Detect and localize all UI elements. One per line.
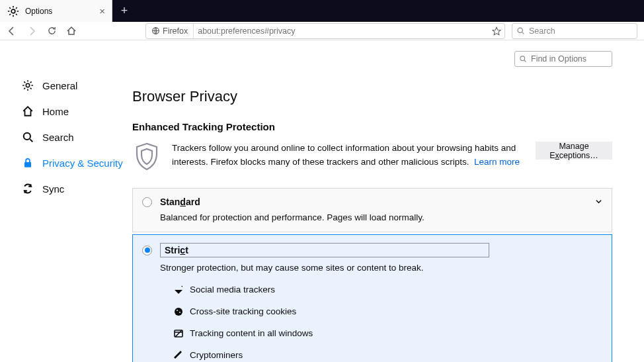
- radio-standard[interactable]: [142, 197, 152, 207]
- option-desc: Balanced for protection and performance.…: [160, 212, 600, 222]
- preferences-sidebar: General Home Search Privacy & Security S…: [0, 40, 132, 362]
- tab-title: Options: [25, 7, 52, 16]
- svg-point-8: [177, 310, 178, 311]
- browser-tab[interactable]: Options ×: [0, 0, 112, 22]
- radio-strict[interactable]: [142, 246, 152, 255]
- preferences-content: Find in Options Browser Privacy Enhanced…: [132, 40, 644, 362]
- search-icon: [516, 26, 525, 35]
- sidebar-item-label: Home: [42, 106, 69, 117]
- window-icon: [174, 329, 183, 338]
- etp-block: Trackers follow you around online to col…: [132, 142, 612, 175]
- gear-icon: [7, 5, 20, 18]
- sidebar-item-general[interactable]: General: [0, 72, 132, 98]
- cryptominer-icon: [174, 351, 183, 360]
- sidebar-item-label: Search: [42, 132, 74, 143]
- sidebar-item-search[interactable]: Search: [0, 124, 132, 150]
- etp-description: Trackers follow you around online to col…: [172, 142, 525, 175]
- sync-icon: [21, 182, 34, 195]
- lock-icon: [21, 156, 34, 169]
- sidebar-item-label: Sync: [42, 183, 64, 195]
- svg-point-0: [11, 9, 15, 13]
- svg-point-7: [175, 308, 182, 316]
- list-item: Cross-site tracking cookies: [174, 306, 600, 316]
- reload-button[interactable]: [42, 23, 61, 39]
- back-button[interactable]: [3, 23, 21, 39]
- browser-toolbar: Firefox about:preferences#privacy Search: [0, 22, 644, 40]
- gear-icon: [21, 79, 34, 92]
- shield-icon: [132, 142, 161, 175]
- identity-label: Firefox: [163, 26, 188, 36]
- cookie-icon: [174, 307, 183, 316]
- url-bar[interactable]: Firefox about:preferences#privacy: [145, 23, 505, 39]
- svg-point-6: [520, 56, 525, 61]
- close-icon[interactable]: ×: [99, 6, 105, 16]
- manage-exceptions-button[interactable]: Manage Exceptions…: [536, 142, 612, 159]
- chevron-down-icon[interactable]: [595, 198, 602, 205]
- forward-button[interactable]: [22, 23, 41, 39]
- find-in-options[interactable]: Find in Options: [514, 51, 612, 67]
- social-icon: [174, 285, 183, 294]
- home-icon: [21, 105, 34, 118]
- home-button[interactable]: [62, 23, 81, 39]
- search-icon: [519, 55, 527, 63]
- list-item: Cryptominers: [174, 350, 600, 360]
- option-label: Strict: [160, 243, 489, 257]
- bookmark-star-icon[interactable]: [489, 26, 504, 36]
- new-tab-button[interactable]: +: [112, 0, 136, 22]
- list-item: Tracking content in all windows: [174, 328, 600, 338]
- option-label: Standard: [160, 197, 200, 207]
- option-desc: Stronger protection, but may cause some …: [160, 263, 600, 273]
- page-title: Browser Privacy: [132, 88, 612, 105]
- list-item: Social media trackers: [174, 285, 600, 294]
- sidebar-item-sync[interactable]: Sync: [0, 175, 132, 201]
- svg-point-3: [26, 83, 29, 87]
- search-icon: [21, 130, 34, 144]
- svg-rect-5: [24, 162, 31, 167]
- find-placeholder: Find in Options: [531, 54, 586, 64]
- svg-point-4: [24, 133, 30, 140]
- etp-option-standard[interactable]: Standard Balanced for protection and per…: [132, 188, 612, 232]
- etp-option-strict[interactable]: Strict Stronger protection, but may caus…: [132, 234, 612, 362]
- search-placeholder: Search: [529, 26, 555, 36]
- url-text: about:preferences#privacy: [194, 26, 489, 36]
- svg-point-2: [518, 28, 522, 32]
- sidebar-item-privacy[interactable]: Privacy & Security: [0, 150, 132, 175]
- learn-more-link[interactable]: Learn more: [474, 157, 520, 167]
- strict-block-list: Social media trackers Cross-site trackin…: [174, 285, 600, 362]
- preferences-page: General Home Search Privacy & Security S…: [0, 40, 644, 362]
- firefox-icon: [151, 26, 160, 35]
- identity-box[interactable]: Firefox: [146, 24, 194, 38]
- svg-point-9: [179, 312, 181, 313]
- search-bar[interactable]: Search: [512, 23, 637, 39]
- browser-tabstrip: Options × +: [0, 0, 644, 22]
- etp-heading: Enhanced Tracking Protection: [132, 121, 612, 132]
- sidebar-item-label: Privacy & Security: [42, 158, 123, 169]
- sidebar-item-home[interactable]: Home: [0, 98, 132, 124]
- sidebar-item-label: General: [42, 80, 77, 91]
